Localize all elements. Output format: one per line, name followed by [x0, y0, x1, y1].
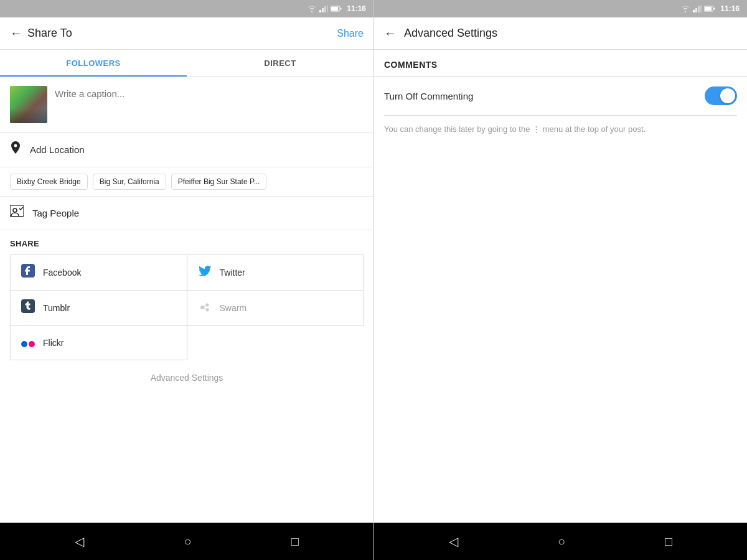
- left-time: 11:16: [347, 4, 366, 13]
- right-nav-back[interactable]: ◁: [449, 534, 458, 549]
- left-phone-panel: 11:16 ← Share To Share FOLLOWERS DIRECT: [0, 0, 374, 560]
- svg-rect-3: [327, 5, 328, 12]
- right-bottom-nav: ◁ ○ □: [374, 523, 747, 560]
- share-item-twitter[interactable]: Twitter: [187, 255, 364, 291]
- turn-off-commenting-toggle[interactable]: [705, 86, 737, 105]
- svg-rect-21: [705, 7, 712, 11]
- svg-line-15: [204, 308, 206, 309]
- location-icon: [10, 141, 21, 158]
- left-header-title: Share To: [27, 27, 72, 40]
- share-item-flickr[interactable]: Flickr: [11, 326, 187, 360]
- wifi-icon: [307, 5, 317, 12]
- location-tag-bigsur[interactable]: Big Sur, California: [93, 174, 166, 190]
- svg-rect-5: [331, 7, 338, 11]
- svg-point-11: [200, 306, 204, 309]
- svg-rect-19: [700, 5, 702, 12]
- location-tag-pfeiffer[interactable]: Pfeiffer Big Sur State P...: [171, 174, 267, 190]
- svg-point-8: [13, 208, 17, 212]
- wifi-icon-right: [680, 5, 690, 12]
- toggle-description: You can change this later by going to th…: [374, 116, 747, 143]
- turn-off-commenting-row: Turn Off Commenting: [374, 77, 747, 115]
- swarm-icon: [197, 301, 212, 316]
- location-tags-row: Bixby Creek Bridge Big Sur, California P…: [0, 167, 374, 197]
- right-back-button[interactable]: ←: [384, 26, 397, 40]
- left-content-area: Add Location Bixby Creek Bridge Big Sur,…: [0, 77, 374, 523]
- location-tag-bixby[interactable]: Bixby Creek Bridge: [10, 174, 88, 190]
- turn-off-commenting-label: Turn Off Commenting: [384, 91, 473, 101]
- twitter-icon: [197, 264, 212, 281]
- left-header-left: ← Share To: [10, 26, 72, 40]
- tab-direct[interactable]: DIRECT: [187, 50, 374, 77]
- svg-line-14: [204, 306, 206, 307]
- twitter-label: Twitter: [220, 268, 245, 278]
- tab-followers[interactable]: FOLLOWERS: [0, 50, 187, 77]
- swarm-label: Swarm: [220, 303, 247, 313]
- caption-input[interactable]: [55, 86, 364, 99]
- battery-icon-right: [704, 6, 715, 12]
- right-nav-recent[interactable]: □: [665, 534, 672, 549]
- flickr-label: Flickr: [43, 338, 63, 348]
- svg-rect-6: [341, 8, 342, 10]
- left-nav-home[interactable]: ○: [184, 534, 191, 549]
- left-back-button[interactable]: ←: [10, 26, 22, 40]
- svg-rect-22: [714, 8, 715, 10]
- left-nav-recent[interactable]: □: [291, 534, 299, 549]
- right-status-icons: 11:16: [680, 4, 740, 13]
- tumblr-label: Tumblr: [43, 303, 70, 313]
- signal-icon: [319, 5, 328, 12]
- svg-rect-2: [324, 6, 326, 12]
- right-phone-panel: 11:16 ← Advanced Settings COMMENTS Turn …: [374, 0, 747, 560]
- advanced-settings-content: COMMENTS Turn Off Commenting You can cha…: [374, 50, 747, 523]
- share-item-tumblr[interactable]: Tumblr: [11, 291, 187, 326]
- photo-thumbnail: [10, 86, 47, 123]
- svg-rect-18: [698, 6, 700, 12]
- tag-people-icon: [10, 205, 24, 221]
- left-nav-back[interactable]: ◁: [75, 534, 84, 549]
- right-time: 11:16: [720, 4, 740, 13]
- facebook-label: Facebook: [43, 268, 81, 278]
- advanced-settings-link[interactable]: Advanced Settings: [0, 360, 374, 395]
- share-item-swarm[interactable]: Swarm: [187, 291, 364, 326]
- tag-people-label: Tag People: [32, 208, 79, 218]
- comments-section-title: COMMENTS: [374, 50, 747, 76]
- tag-people-section[interactable]: Tag People: [0, 197, 374, 230]
- left-header: ← Share To Share: [0, 17, 374, 50]
- share-action-button[interactable]: Share: [337, 28, 364, 39]
- share-item-facebook[interactable]: Facebook: [11, 255, 187, 291]
- add-location-section[interactable]: Add Location: [0, 133, 374, 167]
- share-grid: Facebook Twitter: [10, 255, 364, 360]
- svg-rect-16: [693, 10, 695, 12]
- tumblr-icon: [21, 299, 35, 317]
- tabs-container: FOLLOWERS DIRECT: [0, 50, 374, 77]
- signal-icon-right: [693, 5, 702, 12]
- flickr-icon: [21, 335, 35, 351]
- advanced-settings-title: Advanced Settings: [404, 27, 497, 40]
- right-nav-home[interactable]: ○: [558, 534, 565, 549]
- battery-icon: [331, 6, 342, 12]
- left-bottom-nav: ◁ ○ □: [0, 523, 374, 560]
- svg-rect-17: [695, 8, 697, 12]
- share-section: SHARE Facebook: [0, 230, 374, 360]
- share-section-title: SHARE: [10, 239, 364, 248]
- right-status-bar: 11:16: [374, 0, 747, 17]
- left-status-icons: 11:16: [307, 4, 366, 13]
- svg-rect-1: [322, 8, 324, 12]
- svg-point-13: [205, 308, 209, 311]
- advanced-settings-header: ← Advanced Settings: [374, 17, 747, 50]
- svg-point-12: [205, 303, 209, 306]
- caption-section: [0, 77, 374, 133]
- add-location-label: Add Location: [30, 144, 85, 155]
- svg-rect-0: [319, 10, 321, 12]
- left-status-bar: 11:16: [0, 0, 374, 17]
- facebook-icon: [21, 264, 35, 281]
